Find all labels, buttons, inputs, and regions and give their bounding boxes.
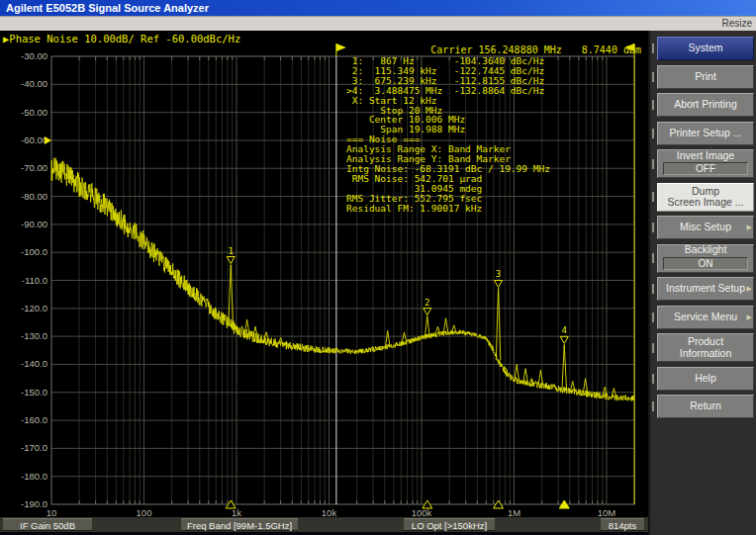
menu-button-label: Abort Printing bbox=[658, 99, 753, 111]
menu-button-printer-setup[interactable]: Printer Setup ... bbox=[657, 122, 754, 145]
status-freq-band: Freq Band [99M-1.5GHz] bbox=[181, 518, 298, 531]
menu-button-system[interactable]: System bbox=[657, 37, 754, 60]
marker-symbol-icon bbox=[560, 336, 568, 343]
y-tick-label: -150.0 bbox=[21, 387, 47, 398]
menu-button-state-value: ON bbox=[663, 257, 748, 270]
spur-spike bbox=[402, 332, 407, 343]
status-points: 814pts bbox=[601, 518, 644, 531]
menu-button-label: Return bbox=[658, 401, 753, 412]
spur-spike bbox=[425, 316, 429, 337]
marker-number-label: 4 bbox=[562, 325, 567, 335]
spur-spike bbox=[562, 344, 567, 390]
carrier-frequency: Carrier 156.248880 MHz bbox=[430, 45, 561, 55]
menu-button-label: Invert Image bbox=[658, 150, 753, 162]
menu-button-dump-screen-image[interactable]: DumpScreen Image ... bbox=[657, 183, 754, 212]
y-tick-label: -170.0 bbox=[21, 442, 47, 453]
window-title: Agilent E5052B Signal Source Analyzer bbox=[6, 2, 209, 14]
marker-symbol-icon bbox=[424, 309, 431, 315]
menu-button-product-information[interactable]: ProductInformation bbox=[657, 333, 754, 362]
marker-number-label: 1 bbox=[228, 246, 233, 256]
y-tick-label: -90.00 bbox=[21, 219, 47, 229]
marker-noise-readout: 1: 867 Hz -104.3640 dBc/Hz 2: 115.349 kH… bbox=[346, 56, 550, 214]
menu-button-label: Misc Setup bbox=[658, 222, 753, 233]
carrier-readout: Carrier 156.248880 MHz8.7440 dBm bbox=[0, 45, 641, 55]
menu-button-instrument-setup[interactable]: Instrument Setup▶ bbox=[657, 277, 754, 301]
phase-noise-plot: -30.00-40.00-50.00-60.00-70.00-80.00-90.… bbox=[0, 31, 648, 535]
menu-button-help[interactable]: Help bbox=[657, 367, 754, 391]
y-tick-label: -50.00 bbox=[21, 107, 47, 118]
y-tick-label: -100.0 bbox=[21, 246, 47, 257]
marker-number-label: 2 bbox=[425, 298, 429, 308]
y-tick-label: -140.0 bbox=[21, 358, 47, 369]
marker-number-label: 3 bbox=[496, 269, 501, 279]
menu-button-abort-printing[interactable]: Abort Printing bbox=[657, 93, 754, 117]
menu-button-backlight[interactable]: BacklightON bbox=[657, 244, 754, 273]
resize-button[interactable]: Resize bbox=[721, 18, 752, 29]
window-chrome-strip: Resize bbox=[0, 16, 756, 31]
menu-button-print[interactable]: Print bbox=[657, 65, 754, 89]
carrier-power: 8.7440 dBm bbox=[582, 45, 641, 55]
trace-scale-label: Phase Noise 10.00dB/ Ref -60.00dBc/Hz bbox=[9, 33, 240, 45]
menu-button-return[interactable]: Return bbox=[657, 395, 754, 418]
y-tick-label: -190.0 bbox=[21, 498, 47, 509]
status-if-gain: IF Gain 50dB bbox=[3, 518, 92, 531]
submenu-arrow-icon: ▶ bbox=[747, 223, 752, 232]
y-tick-label: -180.0 bbox=[21, 471, 47, 482]
y-tick-label: -70.00 bbox=[21, 162, 47, 173]
y-tick-label: -160.0 bbox=[21, 414, 47, 425]
marker-symbol-icon bbox=[495, 280, 503, 287]
menu-button-misc-setup[interactable]: Misc Setup▶ bbox=[657, 216, 754, 239]
submenu-arrow-icon: ▶ bbox=[747, 312, 752, 322]
menu-button-label: Product bbox=[658, 336, 753, 348]
y-tick-label: -60.00 bbox=[21, 134, 47, 145]
menu-button-label: Printer Setup ... bbox=[658, 128, 753, 139]
window-titlebar: Agilent E5052B Signal Source Analyzer bbox=[0, 0, 756, 16]
submenu-arrow-icon: ▶ bbox=[747, 284, 752, 294]
menu-button-label: Instrument Setup bbox=[658, 283, 753, 295]
menu-button-label: Backlight bbox=[658, 244, 753, 256]
instrument-screen: -30.00-40.00-50.00-60.00-70.00-80.00-90.… bbox=[0, 31, 648, 535]
menu-button-label: Service Menu bbox=[658, 312, 753, 323]
y-tick-label: -80.00 bbox=[21, 191, 47, 202]
menu-button-label: Help bbox=[658, 373, 753, 385]
menu-button-state-value: OFF bbox=[663, 162, 748, 175]
y-tick-label: -130.0 bbox=[21, 330, 47, 341]
status-lo-opt: LO Opt [>150kHz] bbox=[404, 518, 495, 531]
menu-button-label-2: Information bbox=[658, 348, 753, 360]
trace-header[interactable]: ▶Phase Noise 10.00dB/ Ref -60.00dBc/Hz bbox=[3, 33, 240, 45]
menu-button-label: System bbox=[658, 43, 753, 54]
y-tick-label: -120.0 bbox=[21, 303, 47, 313]
y-tick-label: -40.00 bbox=[21, 78, 47, 89]
spur-spike bbox=[523, 369, 528, 383]
menu-button-invert-image[interactable]: Invert ImageOFF bbox=[657, 149, 754, 178]
analyzer-window: Agilent E5052B Signal Source Analyzer Re… bbox=[0, 0, 756, 535]
menu-button-label: Print bbox=[658, 71, 753, 83]
status-bar: IF Gain 50dB Freq Band [99M-1.5GHz] LO O… bbox=[0, 517, 648, 532]
softkey-menu: SystemPrintAbort PrintingPrinter Setup .… bbox=[648, 31, 756, 535]
y-tick-label: -110.0 bbox=[22, 275, 47, 286]
menu-button-label-2: Screen Image ... bbox=[658, 197, 753, 209]
reference-level-icon bbox=[45, 136, 51, 144]
menu-button-service-menu[interactable]: Service Menu▶ bbox=[657, 306, 754, 329]
